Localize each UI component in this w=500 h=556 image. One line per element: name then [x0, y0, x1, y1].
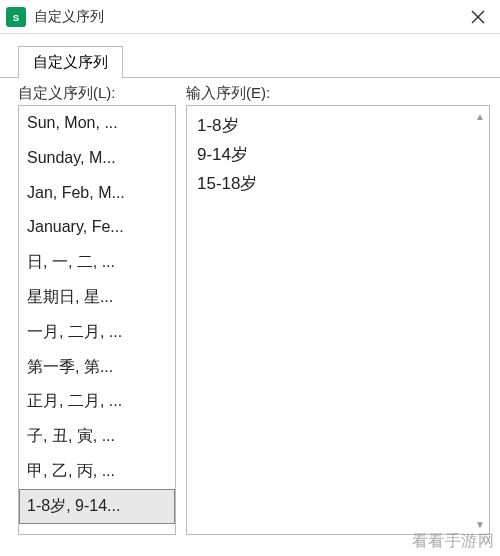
tab-bar: 自定义序列 — [0, 34, 500, 78]
titlebar: S 自定义序列 — [0, 0, 500, 34]
list-item[interactable]: Sun, Mon, ... — [19, 106, 175, 141]
tab-custom-sequence[interactable]: 自定义序列 — [18, 46, 123, 78]
custom-sequence-label: 自定义序列(L): — [18, 84, 176, 103]
sequence-line: 1-8岁 — [197, 112, 471, 141]
custom-sequence-listbox[interactable]: Sun, Mon, ...Sunday, M...Jan, Feb, M...J… — [18, 105, 176, 535]
list-item[interactable]: January, Fe... — [19, 210, 175, 245]
scroll-up-icon[interactable]: ▲ — [473, 108, 487, 124]
list-item[interactable]: 日, 一, 二, ... — [19, 245, 175, 280]
input-sequence-column: 输入序列(E): 1-8岁9-14岁15-18岁 ▲ ▼ — [176, 78, 500, 535]
list-item[interactable]: 1-8岁, 9-14... — [19, 489, 175, 524]
app-icon: S — [6, 7, 26, 27]
list-item[interactable]: 第一季, 第... — [19, 350, 175, 385]
list-item[interactable]: 星期日, 星... — [19, 280, 175, 315]
list-item[interactable]: 正月, 二月, ... — [19, 384, 175, 419]
main-panel: 自定义序列(L): Sun, Mon, ...Sunday, M...Jan, … — [0, 77, 500, 535]
list-item[interactable]: 子, 丑, 寅, ... — [19, 419, 175, 454]
input-sequence-label: 输入序列(E): — [186, 84, 490, 103]
list-item[interactable]: 甲, 乙, 丙, ... — [19, 454, 175, 489]
window-title: 自定义序列 — [34, 8, 456, 26]
sequence-line: 15-18岁 — [197, 170, 471, 199]
sequence-line: 9-14岁 — [197, 141, 471, 170]
custom-sequence-column: 自定义序列(L): Sun, Mon, ...Sunday, M...Jan, … — [0, 78, 176, 535]
list-item[interactable]: Sunday, M... — [19, 141, 175, 176]
scroll-down-icon[interactable]: ▼ — [473, 516, 487, 532]
input-sequence-textarea[interactable]: 1-8岁9-14岁15-18岁 ▲ ▼ — [186, 105, 490, 535]
svg-text:S: S — [13, 11, 20, 22]
list-item[interactable]: 一月, 二月, ... — [19, 315, 175, 350]
close-icon — [471, 10, 485, 24]
close-button[interactable] — [456, 0, 500, 34]
list-item[interactable]: Jan, Feb, M... — [19, 176, 175, 211]
